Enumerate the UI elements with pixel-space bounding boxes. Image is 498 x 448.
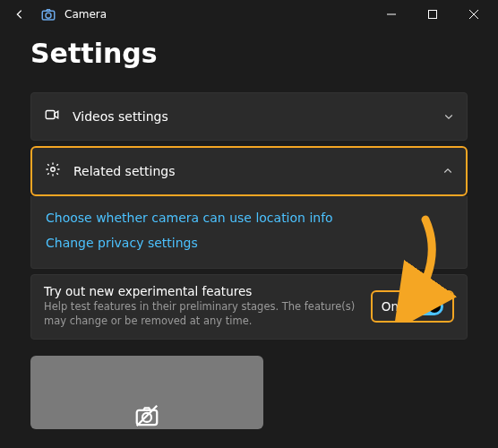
svg-rect-6 xyxy=(46,111,55,119)
camera-preview-tile[interactable] xyxy=(30,356,263,429)
experimental-subtitle: Help test features in their preliminary … xyxy=(44,300,362,328)
experimental-toggle-group: On xyxy=(371,290,454,323)
back-button[interactable] xyxy=(4,0,36,29)
experimental-features-row: Try out new experimental features Help t… xyxy=(30,274,468,340)
svg-point-7 xyxy=(51,168,56,172)
videos-settings-row[interactable]: Videos settings xyxy=(30,92,468,141)
maximize-button[interactable] xyxy=(412,0,453,29)
app-title: Camera xyxy=(64,8,107,21)
chevron-down-icon xyxy=(443,108,454,125)
title-bar: Camera xyxy=(0,0,498,29)
location-info-link[interactable]: Choose whether camera can use location i… xyxy=(46,205,452,230)
window-controls xyxy=(371,0,494,29)
page-title: Settings xyxy=(30,38,468,69)
toggle-state-label: On xyxy=(382,299,399,314)
videos-settings-label: Videos settings xyxy=(73,109,431,124)
camera-app-icon xyxy=(39,5,57,23)
related-settings-row[interactable]: Related settings xyxy=(30,146,468,196)
svg-point-9 xyxy=(142,413,151,422)
close-button[interactable] xyxy=(453,0,494,29)
video-icon xyxy=(44,107,60,126)
svg-rect-3 xyxy=(429,11,437,19)
settings-page: Settings Videos settings Relate xyxy=(0,29,498,429)
svg-point-1 xyxy=(46,13,51,18)
related-settings-label: Related settings xyxy=(73,164,430,178)
gear-icon xyxy=(45,161,61,181)
camera-off-icon xyxy=(133,402,160,429)
experimental-toggle[interactable] xyxy=(408,297,443,315)
minimize-button[interactable] xyxy=(371,0,412,29)
chevron-up-icon xyxy=(442,163,453,180)
related-settings-expanded: Choose whether camera can use location i… xyxy=(30,196,468,269)
experimental-title: Try out new experimental features xyxy=(44,284,362,298)
privacy-settings-link[interactable]: Change privacy settings xyxy=(46,230,452,255)
